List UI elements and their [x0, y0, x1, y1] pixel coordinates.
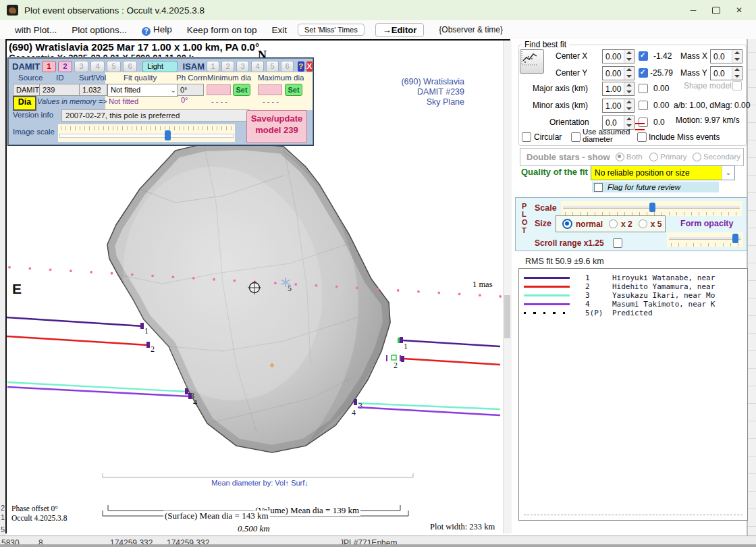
predicted-path-dot	[417, 290, 420, 293]
predicted-path-dot	[111, 272, 113, 275]
legend-observer-name: Masumi Takimoto, near K	[612, 300, 715, 309]
center-x-spinner[interactable]: 0.00	[602, 49, 634, 63]
minor-axis-checkbox[interactable]	[639, 101, 648, 110]
mass-y-spinner[interactable]: 0.0	[710, 66, 742, 80]
isam-tab-2[interactable]: 2	[221, 61, 234, 72]
chevron-down-icon: ⌄	[722, 166, 734, 180]
chord-1[interactable]	[402, 340, 500, 346]
plot-width-label: Plot width: 233 km	[430, 522, 495, 532]
legend-observer-name: Hidehito Yamamura, near	[612, 282, 715, 291]
phase-offset-label: Phase offset 0°	[11, 504, 58, 513]
major-axis-fit-value: 0.00	[653, 84, 669, 93]
chord-tick-marker	[400, 355, 401, 361]
image-scale-slider[interactable]	[58, 124, 235, 142]
legend-row-2[interactable]: 2Hidehito Yamamura, near	[519, 282, 747, 291]
damit-tab-2[interactable]: 2	[58, 61, 72, 72]
predicted-path-dot	[479, 294, 481, 296]
size-normal-radio[interactable]	[562, 219, 572, 229]
legend-number: 3	[585, 291, 590, 300]
size-normal-label[interactable]: normal	[576, 219, 603, 229]
legend-row-1[interactable]: 1Hiroyuki Watanabe, near	[519, 274, 747, 282]
legend-row-4[interactable]: 4Masumi Takimoto, near K	[519, 300, 747, 309]
minor-axis-spinner[interactable]: 1.00	[602, 99, 634, 113]
chord-end-marker	[140, 323, 144, 329]
fit-chart-button[interactable]	[520, 49, 544, 74]
slider-thumb[interactable]	[165, 130, 171, 140]
red-highlight-mark	[635, 123, 645, 130]
circular-checkbox[interactable]	[522, 132, 531, 142]
legend-horizontal-scrollbar[interactable]	[524, 515, 742, 515]
panel-close-button[interactable]: X	[306, 61, 313, 72]
fit-quality-dropdown[interactable]: Not fitted⌄	[107, 84, 178, 97]
east-label: E	[12, 281, 22, 297]
chord-number-label: 1	[144, 326, 148, 336]
center-y-spinner[interactable]: 0.00	[602, 66, 634, 80]
size-x2-radio[interactable]	[609, 219, 618, 228]
values-in-memory-label: Values in memory =>	[37, 97, 107, 105]
major-axis-checkbox[interactable]	[639, 84, 648, 93]
chevron-down-icon: ⌄	[171, 84, 176, 96]
center-x-checkbox[interactable]	[639, 51, 648, 61]
damit-tab-3[interactable]: 3	[74, 61, 88, 72]
predicted-path-dot	[274, 282, 277, 284]
include-miss-checkbox[interactable]	[637, 132, 647, 142]
isam-tab-6[interactable]: 6	[281, 61, 294, 72]
memory-min-dia: - - - -	[211, 97, 227, 105]
include-miss-label: Include Miss events	[649, 132, 720, 142]
mass-x-label: Mass X	[680, 51, 707, 61]
chord-1[interactable]	[7, 317, 143, 326]
damit-tab-5[interactable]: 5	[107, 61, 121, 72]
damit-tab-4[interactable]: 4	[90, 61, 105, 72]
damit-tab-6[interactable]: 6	[123, 61, 137, 72]
light-curves-button[interactable]: Light curves	[142, 61, 177, 72]
set-max-dia-button[interactable]: Set	[285, 84, 302, 96]
assumed-diameter-checkbox[interactable]	[571, 132, 580, 142]
opacity-slider-thumb[interactable]	[732, 234, 738, 243]
chord-end-marker	[146, 342, 150, 348]
isam-tab-1[interactable]: 1	[207, 61, 219, 72]
quality-of-fit-dropdown[interactable]: No reliable position or size ⌄	[591, 165, 735, 180]
chord-2[interactable]	[403, 359, 500, 365]
chord-2[interactable]	[7, 336, 148, 345]
isam-tab-5[interactable]: 5	[266, 61, 279, 72]
flag-review-row: Flag for future review	[592, 182, 719, 192]
minimum-dia-field[interactable]	[207, 84, 231, 95]
occult-plot-window: 112233445 2 1 5 5830. 8 174259.332 17425…	[0, 0, 756, 547]
predicted-path-dot	[28, 267, 31, 270]
major-axis-spinner[interactable]: 1.00	[602, 82, 634, 96]
isam-tab-4[interactable]: 4	[251, 61, 264, 72]
center-y-checkbox[interactable]	[639, 68, 648, 78]
mass-x-spinner[interactable]: 0.0	[710, 49, 742, 63]
scale-slider[interactable]	[561, 201, 742, 216]
damit-tab-1[interactable]: 1	[42, 61, 56, 72]
size-radio-group: normal x 2 x 5	[556, 215, 666, 232]
scroll-range-checkbox[interactable]	[613, 238, 622, 248]
isam-tab-3[interactable]: 3	[236, 61, 249, 72]
caption-plane: Sky Plane	[358, 97, 464, 107]
maximum-dia-field[interactable]	[258, 84, 282, 95]
version-info-label: Version info	[13, 111, 53, 119]
size-x5-radio[interactable]	[639, 219, 647, 228]
dia-button[interactable]: Dia	[13, 96, 36, 111]
predicted-path-dot	[8, 266, 11, 269]
size-x2-label[interactable]: x 2	[621, 219, 632, 229]
scale-slider-thumb[interactable]	[649, 203, 655, 212]
minor-axis-fit-value: 0.00	[653, 101, 669, 110]
primary-radio	[649, 153, 658, 161]
predicted-path-dot	[377, 288, 379, 290]
panel-help-button[interactable]: ?	[298, 61, 304, 72]
chord-3[interactable]	[7, 382, 187, 392]
size-x5-label[interactable]: x 5	[651, 219, 662, 229]
chord-4[interactable]	[7, 387, 190, 396]
flag-review-checkbox[interactable]	[594, 183, 603, 192]
legend-row-3[interactable]: 3Yasukazu Ikari, near Mo	[519, 291, 747, 300]
predicted-path-dot	[294, 283, 297, 286]
form-opacity-slider[interactable]	[667, 232, 743, 247]
legend-row-5(P)[interactable]: 5(P)Predicted	[519, 309, 747, 317]
scale-bar-label: 0.500 km	[238, 523, 270, 534]
save-update-model-button[interactable]: Save/updatemodel 239	[246, 110, 307, 143]
set-min-dia-button[interactable]: Set	[233, 84, 250, 96]
predicted-path-dot	[131, 274, 134, 276]
observer-legend-list[interactable]: 1Hiroyuki Watanabe, near2Hidehito Yamamu…	[518, 268, 748, 521]
chord-number-label: 4	[352, 408, 356, 417]
